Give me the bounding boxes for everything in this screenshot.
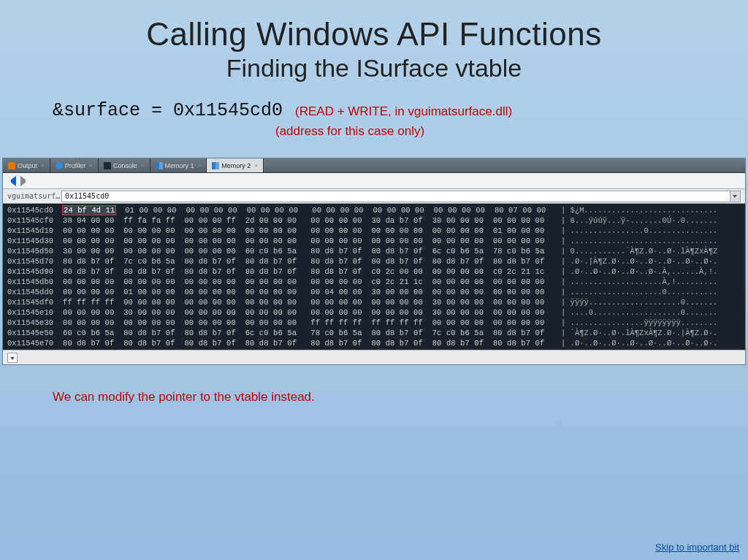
tab-label: Console <box>113 162 137 169</box>
hex-address: 0x11545e50 <box>3 328 63 338</box>
tab-memory-1[interactable]: Memory 1× <box>150 158 207 172</box>
nav-forward-icon[interactable] <box>20 176 31 186</box>
hex-ascii: | `À¶Z.Ø·..Ø·.lÀ¶ZxÀ¶Z.Ø·.|À¶Z.Ø·. <box>560 328 745 338</box>
hex-row[interactable]: 0x11545d3000 00 00 00 00 00 00 00 00 00 … <box>3 236 745 246</box>
hex-bytes: 24 bf 4d 11 01 00 00 00 00 00 00 00 00 0… <box>63 205 560 215</box>
nav-back-icon[interactable] <box>6 176 16 186</box>
hex-address: 0x11545d30 <box>3 236 63 246</box>
hex-bytes: 00 00 00 00 00 00 00 00 00 00 00 00 00 0… <box>63 277 560 287</box>
hex-address: 0x11545e30 <box>3 318 63 328</box>
tab-label: Output <box>18 162 37 169</box>
debugger-tab-bar: Output× Profiler× Console× Memory 1× Mem… <box>3 158 745 173</box>
hex-row[interactable]: 0x11545cf038 04 00 00 ff fa fa ff 00 00 … <box>3 215 745 226</box>
close-icon[interactable]: × <box>89 162 93 169</box>
hex-ascii: | .Ø·..Ø·..Ø·..Ø·..Ø·..Ø·..Ø·..Ø·. <box>560 338 745 348</box>
paren-note-2: (address for this case only) <box>275 124 748 139</box>
close-icon[interactable]: × <box>198 162 202 169</box>
hex-row[interactable]: 0x11545d5030 00 00 00 00 00 00 00 00 00 … <box>3 246 745 256</box>
hex-row[interactable]: 0x11545e3000 00 00 00 00 00 00 00 00 00 … <box>3 318 745 328</box>
tab-label: Profiler <box>65 162 86 169</box>
hex-address: 0x11545e10 <box>3 307 63 318</box>
hex-row[interactable]: 0x11545e7080 d8 b7 0f 80 d8 b7 0f 80 d8 … <box>3 338 745 348</box>
close-icon[interactable]: × <box>254 162 258 169</box>
tab-output[interactable]: Output× <box>3 158 50 172</box>
hex-ascii: | ....0...................0....... <box>560 307 745 318</box>
hex-row[interactable]: 0x11545db000 00 00 00 00 00 00 00 00 00 … <box>3 277 745 287</box>
hex-ascii: | ....................À,!......... <box>560 277 745 287</box>
output-icon <box>8 162 15 169</box>
code-lhs: &surface <box>53 100 140 121</box>
hex-row[interactable]: 0x11545dd000 00 00 00 01 00 00 00 00 00 … <box>3 287 745 297</box>
memory-icon <box>212 162 219 169</box>
hex-ascii: | ................0............... <box>560 226 745 236</box>
hex-address: 0x11545d70 <box>3 256 63 266</box>
hex-row[interactable]: 0x11545d1000 00 00 00 00 00 00 00 00 00 … <box>3 226 745 236</box>
tab-profiler[interactable]: Profiler× <box>50 158 99 172</box>
hex-bytes: 60 c0 b6 5a 80 d8 b7 0f 80 d8 b7 0f 6c c… <box>63 328 560 338</box>
hex-address: 0x11545cf0 <box>3 215 63 226</box>
code-rhs: 0x11545cd0 <box>173 100 283 121</box>
hex-bytes: 80 d8 b7 0f 7c c0 b6 5a 80 d8 b7 0f 80 d… <box>63 256 560 266</box>
address-input[interactable] <box>61 191 730 202</box>
hex-bytes: 00 00 00 00 00 00 00 00 00 00 00 00 00 0… <box>63 226 560 236</box>
hex-address: 0x11545d50 <box>3 246 63 256</box>
address-label: vguimatsurf… <box>3 192 61 200</box>
hex-bytes: 80 d8 b7 0f 80 d8 b7 0f 80 d8 b7 0f 80 d… <box>63 266 560 277</box>
hex-address: 0x11545d10 <box>3 226 63 236</box>
console-icon <box>104 162 111 169</box>
hex-row[interactable]: 0x11545df0ff ff ff ff 00 00 00 00 00 00 … <box>3 297 745 307</box>
hex-row[interactable]: 0x11545d7080 d8 b7 0f 7c c0 b6 5a 80 d8 … <box>3 256 745 266</box>
surface-address-line: &surface = 0x11545cd0 (READ + WRITE, in … <box>53 99 748 139</box>
hex-bytes: 00 00 00 00 01 00 00 00 00 00 00 00 00 0… <box>63 287 560 297</box>
profiler-icon <box>56 162 63 169</box>
hex-ascii: | $¿M............................. <box>560 205 745 215</box>
hex-ascii: | 8...ÿúúÿ...ÿ-.......0Ú·.0....... <box>560 215 745 226</box>
hex-address: 0x11545dd0 <box>3 287 63 297</box>
hex-address: 0x11545db0 <box>3 277 63 287</box>
hex-row[interactable]: 0x11545e1000 00 00 00 30 00 00 00 00 00 … <box>3 307 745 318</box>
hex-dump-view[interactable]: 0x11545cd024 bf 4d 11 01 00 00 00 00 00 … <box>3 204 745 350</box>
hex-ascii: | ÿÿÿÿ....................0....... <box>560 297 745 307</box>
hex-ascii: | ................ÿÿÿÿÿÿÿÿ........ <box>560 318 745 328</box>
skip-link[interactable]: Skip to important bit <box>655 542 739 553</box>
hex-address: 0x11545d90 <box>3 266 63 277</box>
debugger-toolbar <box>3 173 745 189</box>
annotation-note: We can modify the pointer to the vtable … <box>53 390 748 404</box>
hex-row[interactable]: 0x11545cd024 bf 4d 11 01 00 00 00 00 00 … <box>3 205 745 215</box>
paren-note-1: (READ + WRITE, in vguimatsurface.dll) <box>295 104 512 118</box>
hex-address: 0x11545e70 <box>3 338 63 348</box>
tab-memory-2[interactable]: Memory 2× <box>207 158 264 172</box>
hex-bytes: 30 00 00 00 00 00 00 00 00 00 00 00 60 c… <box>63 246 560 256</box>
code-eq: = <box>140 100 173 121</box>
hex-ascii: | .Ø·..Ø·..Ø·..Ø·..Ø·.À,......À,!. <box>560 266 745 277</box>
hex-bytes: 00 00 00 00 30 00 00 00 00 00 00 00 00 0… <box>63 307 560 318</box>
hex-address: 0x11545cd0 <box>3 205 63 215</box>
hex-ascii: | ....................0........... <box>560 287 745 297</box>
tab-console[interactable]: Console× <box>99 158 150 172</box>
highlighted-bytes: 24 bf 4d 11 <box>63 206 115 215</box>
slide-subtitle: Finding the ISurface vtable <box>0 54 748 83</box>
close-icon[interactable]: × <box>141 162 145 169</box>
hex-row[interactable]: 0x11545d9080 d8 b7 0f 80 d8 b7 0f 80 d8 … <box>3 266 745 277</box>
hex-ascii: | .Ø·.|À¶Z.Ø·..Ø·..Ø·..Ø·..Ø·..Ø·. <box>560 256 745 266</box>
address-dropdown-button[interactable] <box>730 191 741 202</box>
hex-bytes: 00 00 00 00 00 00 00 00 00 00 00 00 00 0… <box>63 318 560 328</box>
close-icon[interactable]: × <box>41 162 45 169</box>
memory-debugger-panel: Output× Profiler× Console× Memory 1× Mem… <box>2 158 746 365</box>
tab-label: Memory 1 <box>165 162 194 169</box>
debugger-footer <box>3 350 745 364</box>
hex-row[interactable]: 0x11545e5060 c0 b6 5a 80 d8 b7 0f 80 d8 … <box>3 328 745 338</box>
hex-bytes: ff ff ff ff 00 00 00 00 00 00 00 00 00 0… <box>63 297 560 307</box>
tab-label: Memory 2 <box>221 162 251 169</box>
display-options-button[interactable] <box>7 353 18 363</box>
hex-bytes: 80 d8 b7 0f 80 d8 b7 0f 80 d8 b7 0f 80 d… <box>63 338 560 348</box>
hex-ascii: | 0...........`À¶Z.Ø·..Ø·.lÀ¶ZxÀ¶Z <box>560 246 745 256</box>
hex-ascii: | ................................ <box>560 236 745 246</box>
memory-icon <box>156 162 163 169</box>
hex-address: 0x11545df0 <box>3 297 63 307</box>
slide-title: Calling Windows API Functions <box>0 16 748 53</box>
hex-bytes: 00 00 00 00 00 00 00 00 00 00 00 00 00 0… <box>63 236 560 246</box>
hex-bytes: 38 04 00 00 ff fa fa ff 00 00 00 ff 2d 0… <box>63 215 560 226</box>
address-input-row: vguimatsurf… <box>3 189 745 204</box>
